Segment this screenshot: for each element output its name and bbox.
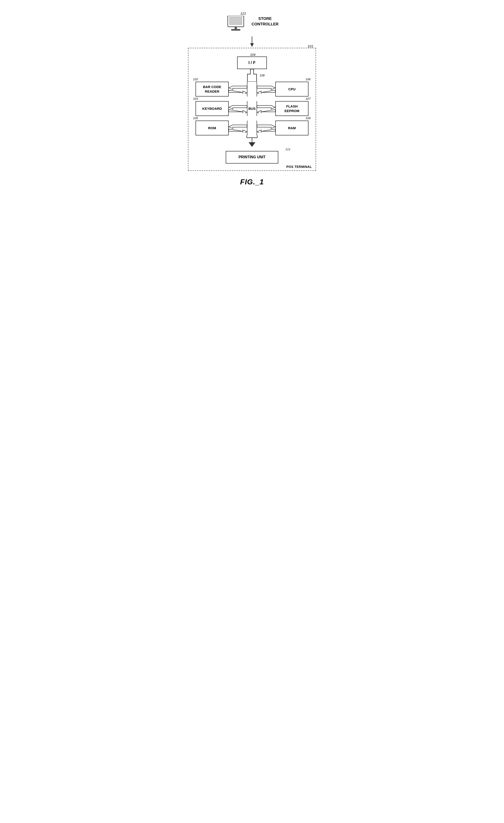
bus-vertical-1 bbox=[247, 81, 257, 97]
arrow-sc-if-svg bbox=[248, 36, 256, 48]
ref-108: 108 bbox=[260, 74, 265, 77]
keyboard-box: KEYBOARD bbox=[195, 101, 229, 116]
arrow-row2-left bbox=[229, 104, 247, 113]
arrow-row3-right bbox=[257, 124, 275, 133]
store-controller-label: STORECONTROLLER bbox=[251, 16, 279, 27]
bar-code-reader-box: BAR CODEREADER bbox=[195, 81, 229, 97]
ref-109: 109 bbox=[306, 117, 311, 120]
row-1: 102 106 BAR CODEREADER bbox=[193, 81, 311, 97]
svg-rect-19 bbox=[247, 135, 257, 138]
svg-marker-9 bbox=[257, 86, 275, 90]
ref-104: 104 bbox=[250, 53, 256, 56]
figure-label: FIG._1 bbox=[240, 178, 264, 186]
cpu-box: CPU bbox=[275, 81, 309, 97]
arrow-row3-left bbox=[229, 124, 247, 133]
svg-marker-17 bbox=[257, 125, 275, 129]
rom-box: ROM bbox=[195, 121, 229, 135]
ref-102: 102 bbox=[193, 77, 198, 81]
arrow-row2-right bbox=[257, 104, 275, 113]
svg-marker-15 bbox=[229, 125, 247, 129]
ref-105: 105 bbox=[193, 117, 198, 120]
arrow-row1-right bbox=[257, 85, 275, 94]
svg-marker-16 bbox=[229, 129, 247, 133]
bus-vertical-3 bbox=[247, 121, 257, 135]
printing-unit-box: PRINTING UNIT bbox=[226, 151, 278, 164]
svg-rect-2 bbox=[234, 27, 237, 29]
svg-marker-11 bbox=[229, 106, 247, 109]
svg-marker-13 bbox=[257, 106, 275, 109]
arrow-row1-left bbox=[229, 85, 247, 94]
svg-marker-8 bbox=[229, 90, 247, 94]
arrow-up-svg bbox=[246, 69, 258, 81]
svg-rect-3 bbox=[231, 29, 240, 31]
page-container: 121 STORECONTROLLER bbox=[181, 5, 323, 195]
arrow-bus-to-if: 108 bbox=[246, 69, 258, 81]
row-3: 105 109 ROM R bbox=[193, 121, 311, 135]
svg-marker-12 bbox=[229, 110, 247, 113]
store-controller-section: 121 STORECONTROLLER bbox=[225, 11, 279, 34]
bus-label: BUS bbox=[248, 107, 256, 111]
if-section: 104 I / F bbox=[237, 53, 267, 69]
row-2: 103 107 KEYBOARD BUS bbox=[193, 101, 311, 116]
arrow-sc-to-if bbox=[248, 36, 256, 48]
bus-section: 102 106 BAR CODEREADER bbox=[193, 81, 311, 164]
bus-vertical-2: BUS bbox=[247, 101, 257, 116]
svg-marker-10 bbox=[257, 90, 275, 94]
arrow-bus-to-print bbox=[193, 135, 311, 148]
flash-eeprom-box: FLASHEEPROM bbox=[275, 101, 309, 116]
pos-terminal-box: 101 104 I / F 108 102 106 bbox=[188, 48, 316, 171]
svg-marker-18 bbox=[257, 129, 275, 133]
arrow-down-svg bbox=[246, 135, 258, 148]
ref-121: 121 bbox=[240, 11, 246, 15]
ref-101: 101 bbox=[308, 44, 313, 48]
svg-marker-5 bbox=[250, 43, 254, 47]
ref-111: 111 bbox=[285, 148, 291, 151]
pos-terminal-label: POS TERMINAL bbox=[286, 165, 312, 169]
computer-icon bbox=[225, 16, 246, 34]
svg-rect-1 bbox=[229, 17, 242, 24]
svg-marker-6 bbox=[247, 69, 257, 81]
ref-103: 103 bbox=[193, 97, 198, 101]
svg-marker-14 bbox=[257, 110, 275, 113]
ram-box: RAM bbox=[275, 121, 309, 135]
svg-marker-24 bbox=[248, 142, 256, 147]
ref-107: 107 bbox=[306, 97, 311, 101]
ref-106: 106 bbox=[306, 77, 311, 81]
printing-unit-section: 111 PRINTING UNIT bbox=[193, 148, 311, 164]
svg-marker-7 bbox=[229, 86, 247, 90]
if-box: I / F bbox=[237, 56, 267, 69]
